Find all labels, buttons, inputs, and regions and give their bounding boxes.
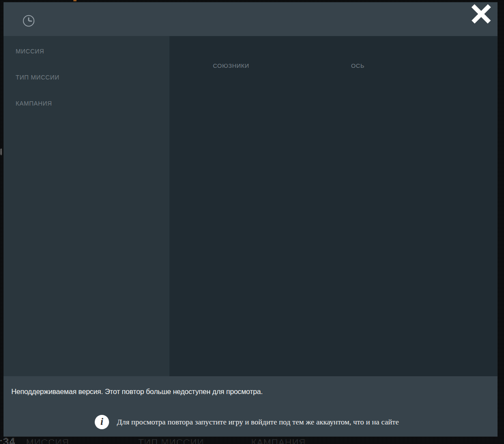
info-row: i Для просмотра повтора запустите игру и… [95, 415, 399, 429]
background-artifact [0, 149, 2, 155]
close-icon[interactable] [473, 6, 489, 22]
modal-footer: Неподдерживаемая версия. Этот повтор бол… [3, 376, 497, 437]
modal-topbar [3, 2, 497, 36]
team-header-axis: ОСЬ [351, 63, 365, 69]
sidebar-item-mission-type[interactable]: ТИП МИССИИ [16, 74, 60, 81]
background-page-row: :34 МИССИЯ ТИП МИССИИ КАМПАНИЯ [0, 436, 504, 444]
info-icon: i [95, 415, 109, 429]
replay-modal: МИССИЯ ТИП МИССИИ КАМПАНИЯ СОЮЗНИКИ ОСЬ … [3, 2, 497, 437]
sidebar-item-mission[interactable]: МИССИЯ [16, 48, 44, 55]
unsupported-version-message: Неподдерживаемая версия. Этот повтор бол… [11, 388, 263, 396]
screen: :34 МИССИЯ ТИП МИССИИ КАМПАНИЯ МИССИЯ ТИ… [0, 0, 504, 444]
background-column-campaign: КАМПАНИЯ [251, 437, 306, 444]
modal-sidebar: МИССИЯ ТИП МИССИИ КАМПАНИЯ [3, 36, 169, 376]
background-artifact-speck [73, 0, 76, 1]
info-message: Для просмотра повтора запустите игру и в… [117, 417, 399, 427]
teams-panel: СОЮЗНИКИ ОСЬ [169, 36, 497, 376]
background-time-fragment: :34 [0, 436, 16, 444]
clock-icon [21, 13, 36, 28]
sidebar-item-campaign[interactable]: КАМПАНИЯ [16, 100, 52, 107]
info-icon-glyph: i [100, 417, 103, 427]
team-header-allies: СОЮЗНИКИ [213, 63, 249, 69]
background-column-mission-type: ТИП МИССИИ [138, 437, 204, 444]
background-column-mission: МИССИЯ [26, 437, 69, 444]
